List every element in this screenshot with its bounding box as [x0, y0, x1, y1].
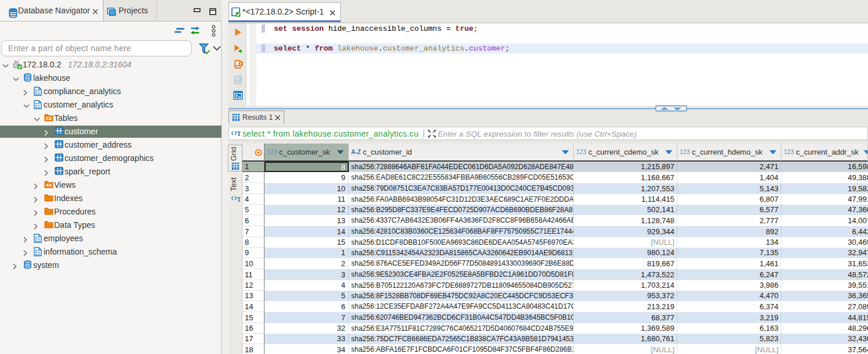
svg-text:T: T [237, 130, 241, 137]
svg-text:T: T [237, 195, 241, 203]
